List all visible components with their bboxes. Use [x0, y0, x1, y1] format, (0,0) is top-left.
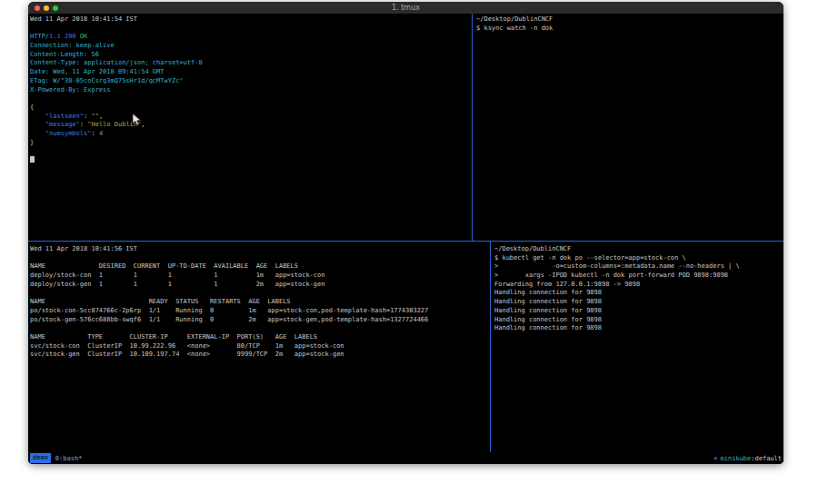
- table-row: po/stock-gen-576cc688bb-swqf6 1/1 Runnin…: [30, 316, 490, 325]
- handling-line: Handling connection for 9898: [494, 316, 783, 325]
- command-continuation: > xargs -IPOD kubectl -n dok port-forwar…: [494, 272, 783, 281]
- timestamp-line: Wed 11 Apr 2018 10:41:54 IST: [30, 15, 472, 25]
- pane-ksync[interactable]: ~/Desktop/DublinCNCF $ ksync watch -n do…: [473, 14, 783, 241]
- service-table-header: NAME TYPE CLUSTER-IP EXTERNAL-IP PORT(S)…: [30, 333, 490, 342]
- json-value: 4: [99, 130, 103, 137]
- http-header-content-type: Content-Type: application/json; charset=…: [30, 59, 472, 68]
- json-key: "lastseen": [30, 113, 84, 120]
- header-name: ETag:: [30, 77, 49, 84]
- pod-table-header: NAME READY STATUS RESTARTS AGE LABELS: [30, 298, 490, 307]
- pane-http-response[interactable]: Wed 11 Apr 2018 10:41:54 IST HTTP/1.1 20…: [28, 14, 472, 241]
- json-key: "numsymbols": [30, 130, 91, 137]
- mouse-cursor: [132, 113, 142, 126]
- shell-cursor-line[interactable]: [30, 156, 472, 165]
- http-header-connection: Connection: keep-alive: [30, 42, 472, 51]
- http-version-status: 1.1 200: [49, 33, 76, 40]
- http-header-content-length: Content-Length: 56: [30, 51, 472, 60]
- timestamp-line: Wed 11 Apr 2018 10:41:56 IST: [30, 245, 490, 254]
- traffic-lights: [35, 2, 58, 14]
- handling-line: Handling connection for 9898: [494, 324, 783, 333]
- header-value: Express: [80, 86, 111, 94]
- json-key: "message": [30, 121, 80, 128]
- header-name: Date:: [30, 68, 49, 75]
- header-name: Connection:: [30, 42, 72, 49]
- kube-context-label: minikube: [721, 455, 752, 462]
- header-name: Content-Type:: [30, 59, 80, 66]
- command-line: $ kubectl get -n dok po --selector=app=s…: [494, 254, 783, 263]
- forwarding-line: Forwarding from 127.0.0.1:9898 -> 9898: [494, 281, 783, 290]
- json-line-numsymbols: "numsymbols": 4: [30, 130, 472, 139]
- handling-line: Handling connection for 9898: [494, 298, 783, 307]
- kubernetes-helm-icon: ⎈: [713, 455, 717, 462]
- http-reason: OK: [76, 33, 88, 40]
- pane-port-forward[interactable]: ~/Desktop/DublinCNCF $ kubectl get -n do…: [491, 242, 783, 452]
- header-value: keep-alive: [72, 42, 114, 49]
- header-value: application/json; charset=utf-8: [80, 59, 203, 66]
- handling-line: Handling connection for 9898: [494, 307, 783, 316]
- command-line: $ ksync watch -n dok: [476, 25, 783, 34]
- deploy-table-header: NAME DESIRED CURRENT UP-TO-DATE AVAILABL…: [30, 262, 490, 272]
- window-label[interactable]: 0:bash*: [55, 455, 83, 462]
- header-value: W/"38-05coCsrg3mQ75sHr1d/qcMTwYZc": [49, 77, 184, 84]
- http-header-x-powered-by: X-Powered-By: Express: [30, 86, 472, 95]
- json-comma: ,: [99, 113, 103, 120]
- terminal-cursor: [30, 156, 35, 163]
- status-right: ⎈ minikube :default: [713, 455, 782, 462]
- cwd-line: ~/Desktop/DublinCNCF: [494, 245, 783, 254]
- header-name: Content-Length:: [30, 51, 87, 58]
- tmux-status-bar: demo 0:bash* ⎈ minikube :default: [28, 452, 783, 464]
- http-status-line: HTTP/1.1 200 OK: [30, 33, 472, 42]
- json-colon: :: [80, 121, 87, 128]
- header-value: Wed, 11 Apr 2018 09:41:54 GMT: [49, 68, 164, 75]
- cwd-line: ~/Desktop/DublinCNCF: [476, 15, 783, 25]
- session-name-badge[interactable]: demo: [30, 453, 51, 463]
- json-open-brace: {: [30, 104, 472, 113]
- window-titlebar[interactable]: 1. tmux: [28, 2, 783, 14]
- kube-namespace-label: :default: [751, 455, 782, 462]
- json-value: "": [91, 113, 98, 120]
- table-row: po/stock-con-5cc874766c-2p6rp 1/1 Runnin…: [30, 307, 490, 316]
- table-row: deploy/stock-gen 1 1 1 1 2m app=stock-ge…: [30, 281, 490, 290]
- table-row: deploy/stock-con 1 1 1 1 1m app=stock-co…: [30, 272, 490, 281]
- table-row: svc/stock-con ClusterIP 10.99.222.96 <no…: [30, 342, 490, 351]
- header-value: 56: [87, 51, 99, 58]
- close-button[interactable]: [35, 5, 40, 11]
- zoom-button[interactable]: [53, 5, 58, 11]
- json-colon: :: [91, 130, 98, 137]
- json-close-brace: }: [30, 139, 472, 148]
- window-title: 1. tmux: [28, 4, 783, 12]
- http-header-etag: ETag: W/"38-05coCsrg3mQ75sHr1d/qcMTwYZc": [30, 77, 472, 86]
- json-line-message: "message": "Hello Dublin",: [30, 121, 472, 130]
- table-row: svc/stock-gen ClusterIP 10.109.197.74 <n…: [30, 351, 490, 360]
- handling-line: Handling connection for 9898: [494, 289, 783, 298]
- tmux-terminal[interactable]: Wed 11 Apr 2018 10:41:54 IST HTTP/1.1 20…: [28, 14, 783, 464]
- http-protocol: HTTP/: [30, 33, 49, 40]
- minimize-button[interactable]: [44, 5, 49, 11]
- command-continuation: > -o=custom-columns=:metadata.name --no-…: [494, 262, 783, 272]
- pane-kubectl-resources[interactable]: Wed 11 Apr 2018 10:41:56 IST NAME DESIRE…: [28, 242, 490, 452]
- http-header-date: Date: Wed, 11 Apr 2018 09:41:54 GMT: [30, 68, 472, 77]
- header-name: X-Powered-By:: [30, 86, 80, 94]
- terminal-window[interactable]: 1. tmux Wed 11 Apr 2018 10:41:54 IST HTT…: [28, 2, 783, 464]
- json-line-lastseen: "lastseen": "",: [30, 113, 472, 122]
- status-left: demo 0:bash*: [30, 453, 82, 463]
